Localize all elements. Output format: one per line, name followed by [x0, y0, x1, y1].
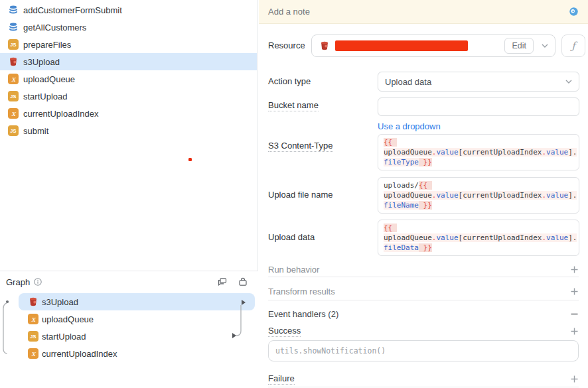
s3-icon — [319, 40, 330, 51]
minus-icon[interactable] — [570, 310, 579, 318]
bucket-name-label: Bucket name — [268, 100, 319, 111]
graph-node-label: uploadQueue — [42, 314, 94, 324]
divider — [268, 277, 579, 277]
plus-icon[interactable] — [570, 287, 579, 296]
chevron-down-icon — [565, 80, 572, 84]
divider — [268, 387, 579, 387]
database-icon — [8, 5, 19, 15]
query-sidebar: addCustomerFormSubmitgetAllCustomersJSpr… — [0, 0, 258, 388]
note-bar[interactable]: Add a note — [259, 0, 588, 24]
failure-handlers-row: Failure — [268, 372, 579, 385]
graph-node-label: s3Upload — [42, 297, 78, 307]
success-handler-value: utils.showNotification() — [275, 346, 386, 356]
query-item-label: getAllCustomers — [23, 23, 86, 32]
query-item-submit[interactable]: JSsubmit — [0, 122, 257, 139]
transform-results-section[interactable]: Transform results — [268, 285, 579, 298]
file-name-code-input[interactable]: uploads/{{ uploadQueue.value[currentUplo… — [378, 177, 579, 214]
graph-node-label: startUpload — [42, 332, 86, 342]
query-item-addCustomerFormSubmit[interactable]: addCustomerFormSubmit — [0, 1, 257, 19]
query-config-panel: Add a note Resource Edit ƒ Action type U… — [259, 0, 588, 388]
graph-title: Graph — [6, 277, 30, 287]
js-icon: JS — [28, 331, 38, 342]
transform-results-label: Transform results — [268, 287, 335, 296]
js-icon: JS — [8, 39, 19, 50]
upload-data-code-input[interactable]: {{ uploadQueue.value[currentUploadIndex.… — [378, 220, 579, 256]
file-name-label: Upload file name — [268, 190, 333, 200]
info-icon — [33, 277, 42, 287]
event-handlers-section[interactable]: Event handlers (2) — [268, 307, 579, 320]
plus-icon[interactable] — [570, 265, 579, 274]
query-list: addCustomerFormSubmitgetAllCustomersJSpr… — [0, 1, 257, 139]
success-label: Success — [268, 326, 301, 337]
use-dropdown-link[interactable]: Use a dropdown — [378, 121, 441, 131]
success-handler-input[interactable]: utils.showNotification() — [268, 340, 579, 361]
database-icon — [8, 22, 19, 32]
resource-select[interactable]: Edit — [311, 34, 555, 57]
graph-node-list: s3UploadxuploadQueueJSstartUploadxcurren… — [0, 293, 258, 362]
success-handlers-row: Success — [268, 324, 579, 338]
export-icon[interactable] — [236, 275, 250, 289]
comment-icon[interactable] — [215, 275, 230, 289]
js-icon: JS — [8, 125, 19, 136]
run-behavior-label: Run behavior — [268, 265, 319, 275]
note-pen-icon[interactable] — [569, 7, 579, 17]
query-item-label: uploadQueue — [23, 74, 75, 84]
query-item-label: s3Upload — [23, 57, 60, 67]
resource-label: Resource — [268, 40, 305, 50]
query-item-uploadQueue[interactable]: xuploadQueue — [0, 70, 257, 88]
content-type-label: S3 Content-Type — [268, 141, 333, 152]
query-item-label: submit — [23, 126, 48, 136]
action-type-label: Action type — [268, 76, 311, 86]
query-item-label: startUpload — [23, 92, 67, 101]
query-item-label: addCustomerFormSubmit — [23, 5, 122, 15]
s3-icon — [8, 56, 19, 67]
upload-data-label: Upload data — [268, 232, 315, 242]
resource-name-redacted — [335, 40, 468, 51]
function-mode-button[interactable]: ƒ — [561, 34, 585, 57]
graph-header: Graph — [0, 271, 258, 292]
query-item-getAllCustomers[interactable]: getAllCustomers — [0, 19, 257, 36]
variable-icon: x — [8, 74, 19, 84]
event-handlers-label: Event handlers (2) — [268, 309, 338, 319]
variable-icon: x — [28, 348, 38, 359]
graph-node-startUpload[interactable]: JSstartUpload — [0, 328, 258, 345]
js-icon: JS — [8, 91, 19, 101]
graph-node-uploadQueue[interactable]: xuploadQueue — [0, 310, 258, 328]
bucket-name-input[interactable] — [378, 97, 579, 116]
run-behavior-section[interactable]: Run behavior — [268, 263, 579, 276]
action-type-value: Upload data — [385, 77, 431, 87]
chevron-down-icon[interactable] — [539, 44, 551, 48]
query-item-currentUploadIndex[interactable]: xcurrentUploadIndex — [0, 105, 257, 122]
graph-node-currentUploadIndex[interactable]: xcurrentUploadIndex — [0, 345, 258, 362]
graph-node-label: currentUploadIndex — [42, 349, 117, 359]
query-item-label: prepareFiles — [23, 40, 71, 50]
add-success-handler-plus-icon[interactable] — [570, 327, 579, 336]
graph-panel: Graph s3UploadxuploadQueueJSstartUploadx… — [0, 271, 258, 388]
add-failure-handler-plus-icon[interactable] — [570, 375, 579, 383]
variable-icon: x — [8, 108, 19, 119]
query-editor-app: addCustomerFormSubmitgetAllCustomersJSpr… — [0, 0, 588, 388]
divider — [268, 300, 579, 300]
s3-icon — [28, 296, 38, 307]
content-type-code-input[interactable]: {{ uploadQueue.value[currentUploadIndex.… — [378, 134, 579, 170]
query-item-prepareFiles[interactable]: JSprepareFiles — [0, 36, 257, 53]
note-placeholder: Add a note — [268, 7, 310, 17]
query-item-label: currentUploadIndex — [23, 109, 98, 119]
failure-label: Failure — [268, 373, 295, 385]
graph-node-s3Upload[interactable]: s3Upload — [0, 293, 258, 310]
edit-resource-button[interactable]: Edit — [504, 38, 534, 54]
variable-icon: x — [28, 314, 38, 324]
canvas-marker-dot — [188, 158, 192, 161]
query-item-s3Upload[interactable]: s3Upload — [0, 53, 257, 70]
query-item-startUpload[interactable]: JSstartUpload — [0, 88, 257, 105]
action-type-select[interactable]: Upload data — [378, 72, 579, 92]
